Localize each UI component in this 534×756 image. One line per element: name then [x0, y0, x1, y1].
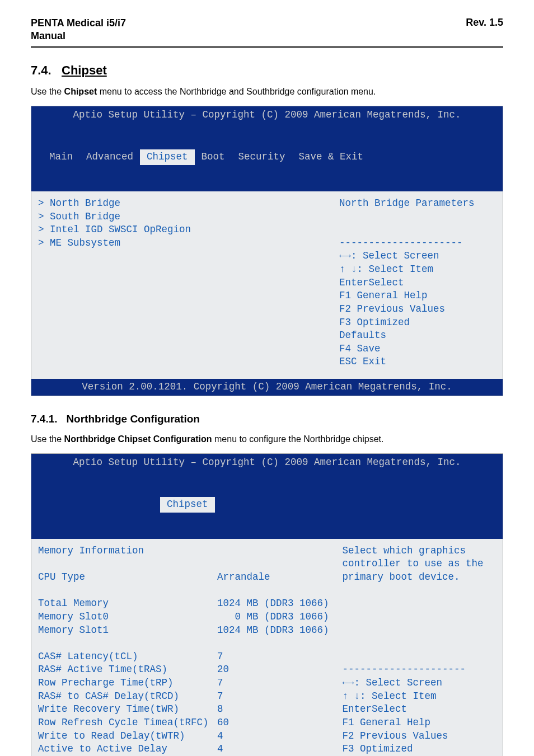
- bios-setting-row: [38, 584, 329, 598]
- setting-value: 1024 MB (DDR3 1066): [217, 624, 329, 637]
- bios-setting-row: Total Memory1024 MB (DDR3 1066): [38, 597, 329, 611]
- setting-value: [217, 557, 329, 571]
- setting-label: Memory Information: [38, 544, 217, 558]
- hint-select-screen: ←→: Select Screen: [343, 677, 496, 690]
- hint-esc: ESC Exit: [339, 355, 496, 369]
- bios-right-pane: North Bridge Parameters ----------------…: [332, 191, 503, 379]
- setting-value: 7: [217, 690, 329, 703]
- hint-f3: F3 Optimized: [343, 743, 496, 756]
- tab-advanced[interactable]: Advanced: [79, 149, 140, 165]
- context-help-line: controller to use as the: [343, 557, 496, 571]
- subsection-number: 7.4.1.: [31, 413, 58, 425]
- setting-label: Total Memory: [38, 597, 217, 611]
- setting-label: [38, 584, 217, 598]
- menu-item-igd-swsci[interactable]: > Intel IGD SWSCI OpRegion: [38, 223, 326, 237]
- section-name: Chipset: [62, 63, 107, 77]
- hint-f2: F2 Previous Values: [343, 730, 496, 743]
- setting-label: Memory Slot1: [38, 624, 217, 637]
- bios-screen-northbridge: Aptio Setup Utility – Copyright (C) 2009…: [31, 453, 503, 756]
- tab-chipset[interactable]: Chipset: [160, 497, 215, 513]
- hint-f4: F4 Save: [339, 342, 496, 356]
- section-intro: Use the Chipset menu to access the North…: [31, 86, 503, 98]
- header-rev: Rev. 1.5: [466, 17, 503, 29]
- setting-label: RAS# Active Time(tRAS): [38, 663, 217, 677]
- setting-value: 4: [217, 730, 329, 743]
- setting-label: Row Refresh Cycle Timea(tRFC): [38, 716, 217, 730]
- setting-value: 4: [217, 743, 329, 756]
- setting-label: CAS# Latency(tCL): [38, 650, 217, 664]
- bios-setting-row: Memory Information: [38, 544, 329, 558]
- bios-left-pane: > North Bridge > South Bridge > Intel IG…: [31, 191, 332, 379]
- setting-label: Write to Read Delay(tWTR): [38, 730, 217, 743]
- tab-save-exit[interactable]: Save & Exit: [292, 149, 371, 165]
- tab-boot[interactable]: Boot: [195, 149, 232, 165]
- setting-value: 8: [217, 703, 329, 716]
- setting-label: Row Precharge Time(tRP): [38, 677, 217, 690]
- hint-select-item: ↑ ↓: Select Item: [343, 690, 496, 703]
- subsection-intro: Use the Northbridge Chipset Configuratio…: [31, 433, 503, 445]
- context-help: North Bridge Parameters: [339, 197, 496, 210]
- setting-label: [38, 637, 217, 650]
- hint-enter-select: EnterSelect: [339, 276, 496, 290]
- hint-f1: F1 General Help: [339, 289, 496, 303]
- context-help-line: primary boot device.: [343, 571, 496, 584]
- header-product: PENTA Medical i5/i7 Manual: [31, 17, 126, 43]
- bios-footer: Version 2.00.1201. Copyright (C) 2009 Am…: [31, 379, 503, 396]
- separator-line: ---------------------: [339, 237, 496, 250]
- hint-f1: F1 General Help: [343, 716, 496, 730]
- tab-security[interactable]: Security: [232, 149, 292, 165]
- bios-setting-row: CPU TypeArrandale: [38, 571, 329, 584]
- hint-f3: F3 Optimized: [339, 316, 496, 330]
- setting-label: Active to Active Delay: [38, 743, 217, 756]
- menu-item-south-bridge[interactable]: > South Bridge: [38, 210, 326, 224]
- bios-right-pane: Select which graphics controller to use …: [336, 539, 503, 756]
- setting-label: RAS# to CAS# Delay(tRCD): [38, 690, 217, 703]
- setting-label: [38, 557, 217, 571]
- bios-setting-row: [38, 557, 329, 571]
- setting-value: 60: [217, 716, 329, 730]
- tab-chipset[interactable]: Chipset: [140, 149, 195, 165]
- bios-setting-row: [38, 637, 329, 650]
- hint-select-item: ↑ ↓: Select Item: [339, 263, 496, 276]
- tab-main[interactable]: Main: [43, 149, 79, 165]
- setting-value: 7: [217, 650, 329, 664]
- setting-value: 0 MB (DDR3 1066): [217, 611, 329, 624]
- setting-value: 1024 MB (DDR3 1066): [217, 597, 329, 611]
- setting-label: Memory Slot0: [38, 611, 217, 624]
- bios-setting-row: Write Recovery Time(tWR)8: [38, 703, 329, 716]
- bios-setting-row: RAS# to CAS# Delay(tRCD)7: [38, 690, 329, 703]
- context-help-line: Select which graphics: [343, 544, 496, 558]
- setting-label: Write Recovery Time(tWR): [38, 703, 217, 716]
- setting-value: Arrandale: [217, 571, 329, 584]
- subsection-heading: 7.4.1. Northbridge Configuration: [31, 413, 503, 425]
- bios-title: Aptio Setup Utility – Copyright (C) 2009…: [31, 106, 503, 122]
- setting-value: 20: [217, 663, 329, 677]
- bios-setting-row: Write to Read Delay(tWTR)4: [38, 730, 329, 743]
- setting-value: [217, 637, 329, 650]
- page-header: PENTA Medical i5/i7 Manual Rev. 1.5: [31, 17, 503, 48]
- section-heading: 7.4. Chipset: [31, 63, 503, 78]
- bios-setting-row: Row Refresh Cycle Timea(tRFC)60: [38, 716, 329, 730]
- separator-line: ---------------------: [343, 663, 496, 677]
- bios-title: Aptio Setup Utility – Copyright (C) 2009…: [31, 454, 503, 469]
- bios-setting-row: CAS# Latency(tCL)7: [38, 650, 329, 664]
- menu-item-north-bridge[interactable]: > North Bridge: [38, 197, 326, 210]
- hint-defaults: Defaults: [339, 329, 496, 342]
- bios-setting-row: Memory Slot11024 MB (DDR3 1066): [38, 624, 329, 637]
- bios-setting-row: Memory Slot0 0 MB (DDR3 1066): [38, 611, 329, 624]
- hint-select-screen: ←→: Select Screen: [339, 250, 496, 263]
- setting-label: CPU Type: [38, 571, 217, 584]
- menu-item-me-subsystem[interactable]: > ME Subsystem: [38, 237, 326, 250]
- bios-setting-row: Active to Active Delay4: [38, 743, 329, 756]
- hint-enter-select: EnterSelect: [343, 703, 496, 716]
- subsection-name: Northbridge Configuration: [66, 413, 200, 425]
- hint-f2: F2 Previous Values: [339, 303, 496, 316]
- bios-screen-chipset: Aptio Setup Utility – Copyright (C) 2009…: [31, 106, 503, 396]
- bios-setting-row: Row Precharge Time(tRP)7: [38, 677, 329, 690]
- bios-left-pane: Memory Information CPU TypeArrandale Tot…: [31, 539, 336, 756]
- section-number: 7.4.: [31, 63, 51, 77]
- setting-value: [217, 544, 329, 558]
- bios-setting-row: RAS# Active Time(tRAS)20: [38, 663, 329, 677]
- setting-value: 7: [217, 677, 329, 690]
- setting-value: [217, 584, 329, 598]
